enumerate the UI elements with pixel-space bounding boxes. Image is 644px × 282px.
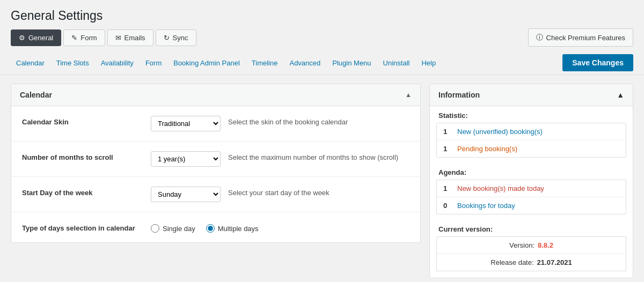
information-title: Information — [438, 91, 480, 99]
tab-sync-label: Sync — [173, 34, 188, 42]
start-day-desc: Select your start day of the week — [228, 187, 330, 197]
start-day-label: Start Day of the week — [22, 187, 140, 197]
nav-tab-uninstall[interactable]: Uninstall — [378, 57, 415, 69]
sync-icon: ↻ — [164, 34, 170, 42]
right-panel: Information ▲ Statistic: 1 New (unverifi… — [429, 84, 633, 278]
info-collapse-icon[interactable]: ▲ — [617, 91, 624, 99]
calendar-skin-desc: Select the skin of the booking calendar — [228, 116, 348, 126]
premium-icon: ⓘ — [536, 33, 543, 42]
radio-multiple-days-label: Multiple days — [218, 225, 259, 233]
nav-tab-timeline[interactable]: Timeline — [246, 57, 283, 69]
tab-general-label: General — [28, 34, 53, 42]
statistic-label: Statistic: — [430, 106, 633, 123]
agenda-new-count: 1 — [443, 184, 452, 192]
main-content: Calendar ▲ Calendar Skin Traditional Mod… — [0, 75, 644, 282]
nav-tab-advanced[interactable]: Advanced — [284, 57, 326, 69]
tab-form-label: Form — [80, 34, 97, 42]
check-premium-button[interactable]: ⓘ Check Premium Features — [528, 28, 633, 47]
days-selection-label: Type of days selection in calendar — [22, 222, 140, 232]
agenda-today-link[interactable]: Bookings for today — [457, 202, 515, 210]
calendar-section-title: Calendar — [20, 91, 52, 99]
days-selection-control: Single day Multiple days — [151, 222, 409, 233]
radio-multiple-days[interactable]: Multiple days — [206, 224, 259, 233]
calendar-skin-label: Calendar Skin — [22, 116, 140, 126]
statistic-pending-link[interactable]: Pending booking(s) — [457, 145, 517, 153]
nav-tab-plugin-menu[interactable]: Plugin Menu — [327, 57, 376, 69]
setting-row-months-scroll: Number of months to scroll 1 year(s) 2 y… — [11, 142, 420, 177]
version-label-text: Version: — [509, 241, 535, 249]
statistic-pending-count: 1 — [443, 145, 452, 153]
radio-single-day-input[interactable] — [151, 224, 159, 233]
radio-single-day-label: Single day — [163, 225, 195, 233]
statistic-table: 1 New (unverified) booking(s) 1 Pending … — [436, 123, 626, 158]
nav-tab-form[interactable]: Form — [140, 57, 167, 69]
gear-icon: ⚙ — [19, 34, 25, 42]
setting-row-start-day: Start Day of the week Sunday Monday Satu… — [11, 177, 420, 212]
release-date-value: 21.07.2021 — [537, 258, 572, 266]
top-bar: ⚙ General ✎ Form ✉ Emails ↻ Sync ⓘ Check… — [0, 28, 644, 47]
radio-single-day[interactable]: Single day — [151, 224, 195, 233]
months-scroll-control: 1 year(s) 2 year(s) 6 months Select the … — [151, 151, 409, 167]
version-table: Version: 8.8.2 Release date: 21.07.2021 — [436, 236, 626, 271]
days-selection-radio-group: Single day Multiple days — [151, 222, 259, 233]
agenda-new-link[interactable]: New booking(s) made today — [457, 184, 544, 192]
statistic-row-unverified: 1 New (unverified) booking(s) — [437, 123, 626, 140]
months-scroll-label: Number of months to scroll — [22, 151, 140, 161]
save-changes-button[interactable]: Save Changes — [562, 54, 633, 71]
calendar-skin-select[interactable]: Traditional Modern Classic — [151, 116, 221, 131]
agenda-table: 1 New booking(s) made today 0 Bookings f… — [436, 180, 626, 214]
calendar-section: Calendar ▲ Calendar Skin Traditional Mod… — [11, 84, 421, 243]
nav-tab-help[interactable]: Help — [416, 57, 441, 69]
months-scroll-select[interactable]: 1 year(s) 2 year(s) 6 months — [151, 151, 221, 167]
email-icon: ✉ — [115, 34, 121, 42]
information-header: Information ▲ — [430, 84, 633, 106]
nav-tab-calendar[interactable]: Calendar — [11, 57, 50, 69]
calendar-section-header: Calendar ▲ — [11, 84, 420, 106]
tab-emails[interactable]: ✉ Emails — [107, 29, 153, 46]
form-icon: ✎ — [71, 34, 77, 42]
release-label-text: Release date: — [491, 258, 533, 266]
setting-row-days-selection: Type of days selection in calendar Singl… — [11, 212, 420, 242]
page-title: General Settings — [0, 0, 644, 28]
left-panel: Calendar ▲ Calendar Skin Traditional Mod… — [11, 84, 421, 278]
calendar-skin-control: Traditional Modern Classic Select the sk… — [151, 116, 409, 131]
calendar-section-body: Calendar Skin Traditional Modern Classic… — [11, 106, 420, 242]
version-row-number: Version: 8.8.2 — [437, 237, 626, 254]
start-day-select[interactable]: Sunday Monday Saturday — [151, 187, 221, 202]
setting-row-calendar-skin: Calendar Skin Traditional Modern Classic… — [11, 106, 420, 142]
nav-tab-booking-admin[interactable]: Booking Admin Panel — [168, 57, 245, 69]
information-section: Information ▲ Statistic: 1 New (unverifi… — [429, 84, 633, 278]
start-day-control: Sunday Monday Saturday Select your start… — [151, 187, 409, 202]
statistic-unverified-link[interactable]: New (unverified) booking(s) — [457, 128, 543, 136]
agenda-row-new: 1 New booking(s) made today — [437, 180, 626, 197]
nav-tab-timeslots[interactable]: Time Slots — [51, 57, 94, 69]
agenda-label: Agenda: — [430, 163, 633, 180]
nav-tab-availability[interactable]: Availability — [96, 57, 139, 69]
check-premium-label: Check Premium Features — [546, 34, 625, 42]
nav-bar: Calendar Time Slots Availability Form Bo… — [0, 51, 644, 75]
version-label: Current version: — [430, 220, 633, 236]
statistic-unverified-count: 1 — [443, 128, 452, 136]
version-number-value: 8.8.2 — [538, 241, 553, 249]
tab-sync[interactable]: ↻ Sync — [156, 29, 196, 46]
tab-general[interactable]: ⚙ General — [11, 29, 61, 46]
agenda-today-count: 0 — [443, 202, 452, 210]
tab-form[interactable]: ✎ Form — [63, 29, 105, 46]
primary-tab-group: ⚙ General ✎ Form ✉ Emails ↻ Sync — [11, 29, 196, 46]
nav-tab-group: Calendar Time Slots Availability Form Bo… — [11, 57, 441, 69]
months-scroll-desc: Select the maximum number of months to s… — [228, 151, 398, 161]
statistic-row-pending: 1 Pending booking(s) — [437, 140, 626, 157]
version-row-date: Release date: 21.07.2021 — [437, 254, 626, 271]
radio-multiple-days-input[interactable] — [206, 224, 215, 233]
tab-emails-label: Emails — [125, 34, 145, 42]
agenda-row-today: 0 Bookings for today — [437, 197, 626, 214]
collapse-icon[interactable]: ▲ — [405, 91, 412, 99]
